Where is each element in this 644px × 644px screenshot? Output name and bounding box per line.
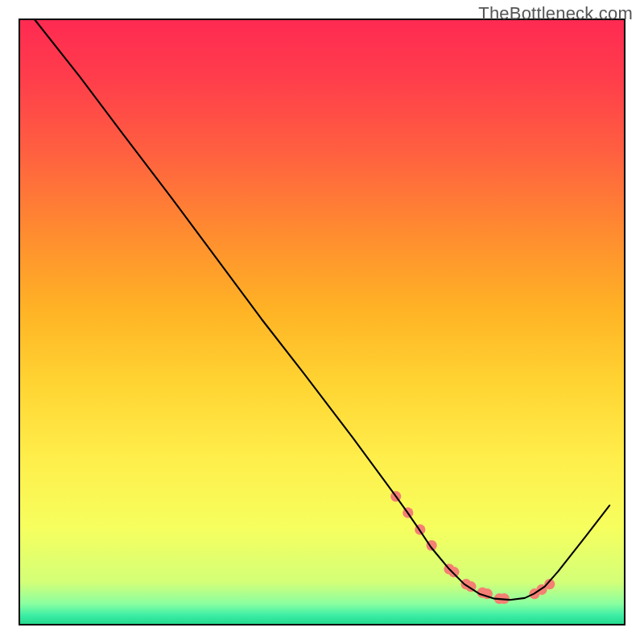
plot-area [19, 19, 625, 625]
chart-container: TheBottleneck.com [0, 0, 644, 644]
marker-dot [448, 567, 459, 577]
gradient-background [19, 19, 625, 625]
watermark-text: TheBottleneck.com [478, 3, 633, 24]
chart-svg [0, 0, 644, 644]
